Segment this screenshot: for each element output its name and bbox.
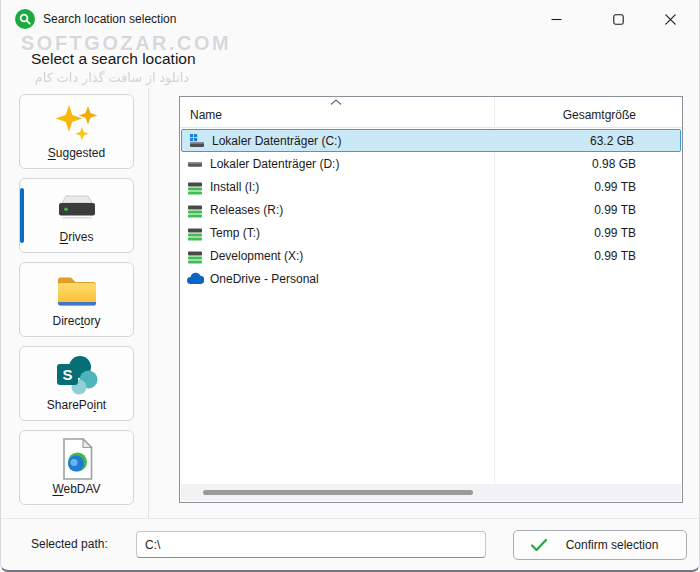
close-icon	[665, 14, 676, 25]
sidebar-item-label: Suggested	[20, 146, 133, 160]
network-drive-icon	[187, 225, 203, 241]
sidebar-divider	[148, 88, 149, 518]
watermark-subtext: دانلود از سافت گذار دات کام	[23, 70, 201, 85]
svg-text:S: S	[62, 366, 72, 383]
webdav-icon	[58, 437, 96, 481]
sidebar-item-label: Drives	[20, 230, 133, 244]
sort-ascending-icon	[330, 99, 342, 105]
minimize-button[interactable]	[533, 0, 579, 38]
selected-path-label: Selected path:	[31, 537, 108, 551]
list-header: Name Gesamtgröße	[180, 97, 682, 128]
network-drive-icon	[187, 179, 203, 195]
network-drive-icon	[187, 202, 203, 218]
confirm-selection-button[interactable]: Confirm selection	[513, 530, 687, 560]
list-row-drive-t[interactable]: Temp (T:) 0.99 TB	[180, 221, 682, 244]
sidebar-item-webdav[interactable]: WebDAV	[19, 430, 134, 505]
list-row-onedrive[interactable]: OneDrive - Personal	[180, 267, 682, 290]
close-button[interactable]	[647, 0, 693, 38]
dialog-window: Search location selection SOFTGOZAR.COM …	[0, 0, 700, 572]
footer-bar: Selected path: Confirm selection	[1, 518, 699, 570]
sidebar-item-directory[interactable]: Directory	[19, 262, 134, 337]
sharepoint-icon: S	[54, 354, 100, 396]
folder-icon	[54, 272, 100, 310]
title-bar[interactable]: Search location selection	[1, 0, 699, 38]
minimize-icon	[551, 14, 562, 25]
maximize-icon	[613, 14, 624, 25]
list-row-drive-c[interactable]: Lokaler Datenträger (C:) 63.2 GB	[181, 129, 681, 152]
list-row-drive-r[interactable]: Releases (R:) 0.99 TB	[180, 198, 682, 221]
sidebar-item-suggested[interactable]: Suggested	[19, 94, 134, 169]
list-rows: Lokaler Datenträger (C:) 63.2 GB Lokaler…	[180, 129, 682, 290]
list-row-drive-i[interactable]: Install (I:) 0.99 TB	[180, 175, 682, 198]
maximize-button[interactable]	[595, 0, 641, 38]
horizontal-scrollbar-thumb[interactable]	[203, 490, 473, 495]
sparkles-icon	[54, 102, 100, 144]
sidebar-item-drives[interactable]: Drives	[19, 178, 134, 253]
check-icon	[530, 538, 548, 552]
column-header-size[interactable]: Gesamtgröße	[563, 108, 636, 122]
location-list: Name Gesamtgröße Lokaler Datenträger (C:…	[179, 96, 683, 503]
search-app-icon	[15, 9, 35, 29]
local-drive-icon	[187, 156, 203, 172]
network-drive-icon	[187, 248, 203, 264]
window-title: Search location selection	[43, 12, 176, 26]
selected-path-input[interactable]	[136, 531, 486, 558]
list-row-drive-d[interactable]: Lokaler Datenträger (D:) 0.98 GB	[180, 152, 682, 175]
sidebar-item-label: WebDAV	[20, 482, 133, 496]
confirm-selection-label: Confirm selection	[548, 538, 686, 552]
sidebar-item-label: SharePoint	[20, 398, 133, 412]
column-header-name[interactable]: Name	[190, 108, 222, 122]
list-row-drive-x[interactable]: Development (X:) 0.99 TB	[180, 244, 682, 267]
drive-icon	[54, 192, 100, 222]
horizontal-scrollbar-track[interactable]	[181, 484, 681, 501]
sidebar-item-sharepoint[interactable]: S SharePoint	[19, 346, 134, 421]
page-title: Select a search location	[31, 50, 196, 68]
onedrive-icon	[186, 271, 204, 287]
sidebar-item-label: Directory	[20, 314, 133, 328]
windows-drive-icon	[189, 133, 205, 149]
